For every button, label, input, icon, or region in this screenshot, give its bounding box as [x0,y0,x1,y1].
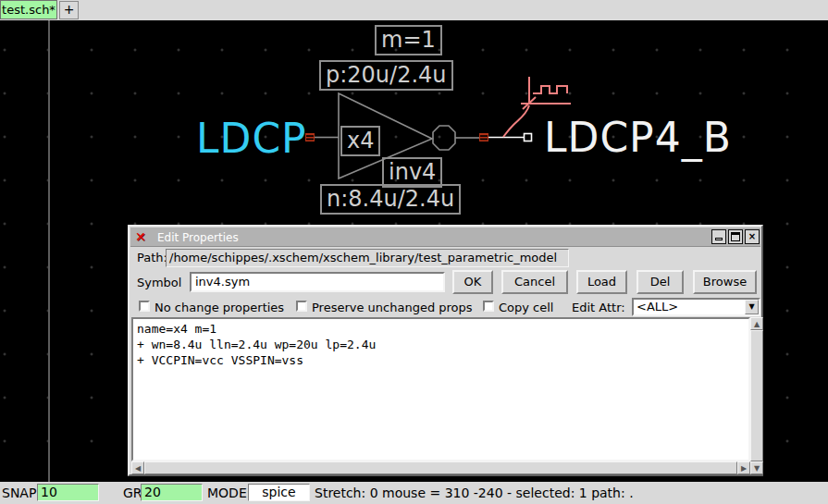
grid-input[interactable]: 20 [141,484,203,501]
snap-label: SNAP: [2,486,41,500]
cancel-button[interactable]: Cancel [501,270,568,294]
maximize-icon [731,232,740,241]
scroll-down-icon[interactable]: ▼ [750,461,763,474]
symbol-label: Symbol [137,276,181,289]
properties-textarea[interactable]: name=x4 m=1 + wn=8.4u lln=2.4u wp=20u lp… [131,317,750,461]
scroll-right-icon[interactable]: ▶ [737,461,750,474]
browse-button[interactable]: Browse [693,270,757,294]
label-x4[interactable]: x4 [340,126,380,156]
copy-cell-label: Copy cell [499,301,553,314]
net-label-ldcp[interactable]: LDCP [196,115,307,162]
dialog-titlebar[interactable]: ✕ Edit Properties × [130,227,760,247]
vertical-scroll-thumb[interactable] [750,330,763,461]
scroll-left-icon[interactable]: ◀ [131,461,144,474]
no-change-properties-label: No change properties [154,301,284,314]
label-m[interactable]: m=1 [375,25,442,55]
edit-attr-value: <ALL> [636,300,678,313]
vertical-scrollbar[interactable]: ▲ ▼ [750,317,763,474]
dialog-title: Edit Properties [157,231,239,244]
close-button[interactable]: × [745,229,760,244]
del-button[interactable]: Del [636,270,684,294]
horizontal-scrollbar[interactable]: ◀ ▶ [131,461,750,474]
mode-label: MODE: [207,486,251,500]
edit-attr-combobox[interactable]: <ALL> ▼ [632,298,760,316]
mode-input[interactable]: spice [248,484,310,501]
edit-properties-dialog: ✕ Edit Properties × Path: /home/schippes… [128,225,763,476]
symbol-input[interactable]: inv4.sym [190,272,445,292]
net-label-ldcp4b[interactable]: LDCP4_B [544,114,732,161]
horizontal-scroll-thumb[interactable] [144,461,737,474]
load-button[interactable]: Load [576,270,627,294]
no-change-properties-checkbox[interactable] [139,301,150,312]
label-p[interactable]: p:20u/2.4u [319,60,453,91]
new-tab-button[interactable]: + [59,1,79,19]
xschem-window: test.sch* + [0,0,828,504]
status-bar: SNAP: 10 GRID: 20 MODE: spice Stretch: 0… [0,482,828,504]
minimize-button[interactable] [711,229,726,244]
edit-attr-label: Edit Attr: [572,301,625,314]
status-text: Stretch: 0 mouse = 310 -240 - selected: … [315,486,634,500]
xschem-logo-icon: ✕ [135,229,146,244]
snap-input[interactable]: 10 [37,484,99,501]
preserve-unchanged-props-label: Preserve unchanged props [312,301,473,314]
path-label: Path: [137,251,167,264]
copy-cell-checkbox[interactable] [483,301,494,312]
preserve-unchanged-props-checkbox[interactable] [296,301,307,312]
ok-button[interactable]: OK [452,270,493,294]
label-n[interactable]: n:8.4u/2.4u [320,184,461,215]
path-value-field: /home/schippes/.xschem/xschem_library/te… [166,249,569,267]
tab-test-sch[interactable]: test.sch* [0,0,57,19]
tab-bar: test.sch* + [0,0,828,20]
chevron-down-icon[interactable]: ▼ [745,300,759,314]
close-icon: × [748,231,756,241]
scroll-up-icon[interactable]: ▲ [750,317,763,330]
canvas-axis-line [48,20,50,482]
maximize-button[interactable] [728,229,743,244]
minimize-icon [715,238,723,240]
